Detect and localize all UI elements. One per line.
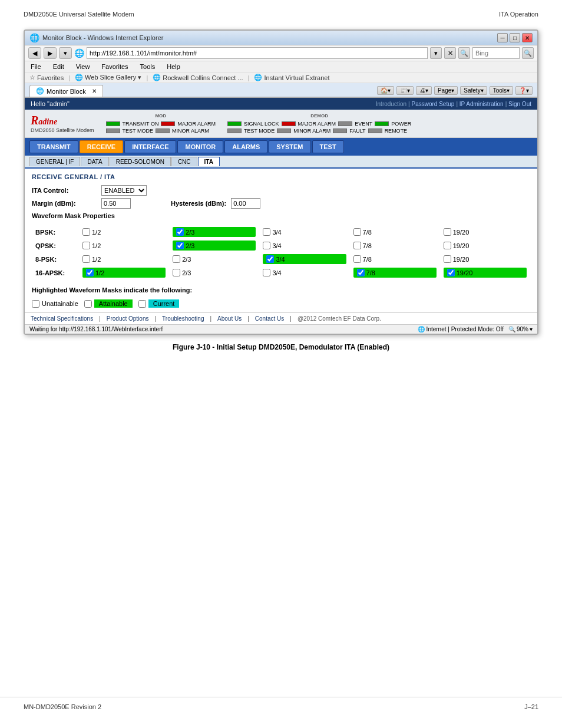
- address-input[interactable]: [87, 47, 428, 59]
- header-right: ITA Operation: [499, 11, 538, 18]
- legend-attainable: Attainable: [84, 299, 133, 308]
- 16apsk-23-checkbox[interactable]: [173, 269, 180, 276]
- 16apsk-34-checkbox[interactable]: [263, 269, 270, 276]
- signal-lock-label: SIGNAL LOCK: [244, 121, 279, 127]
- maximize-button[interactable]: □: [510, 33, 520, 42]
- subtab-ita[interactable]: ITA: [198, 157, 220, 166]
- tab-test[interactable]: TEST: [312, 140, 344, 153]
- subtab-reed-solomon[interactable]: REED-SOLOMON: [110, 157, 171, 166]
- recent-button[interactable]: ▾: [59, 47, 72, 59]
- menu-favorites[interactable]: Favorites: [100, 62, 129, 71]
- status-left: Waiting for http://192.168.1.101/WebInte…: [29, 326, 163, 332]
- margin-input[interactable]: [101, 198, 131, 209]
- 8psk-1920-checkbox[interactable]: [444, 255, 451, 263]
- tab-close-icon[interactable]: ✕: [92, 88, 97, 94]
- tab-receive[interactable]: RECEIVE: [80, 140, 123, 153]
- print-button[interactable]: 🖨▾: [416, 86, 432, 95]
- star-icon: ☆: [29, 74, 35, 81]
- footer-contactus[interactable]: Contact Us: [255, 315, 284, 322]
- footer-troubleshooting[interactable]: Troubleshooting: [162, 315, 204, 322]
- tab-alarms[interactable]: ALARMS: [224, 140, 267, 153]
- tab-transmit[interactable]: TRANSMIT: [29, 140, 78, 153]
- 8psk-23-checkbox[interactable]: [173, 255, 180, 263]
- help-button[interactable]: ❓▾: [515, 86, 533, 95]
- qpsk-23-checkbox[interactable]: [176, 242, 184, 249]
- 8psk-34-checkbox[interactable]: [266, 255, 274, 263]
- title-bar: 🌐 Monitor Block - Windows Internet Explo…: [25, 31, 537, 45]
- legend-title: Highlighted Waveform Masks indicate the …: [32, 286, 530, 294]
- subtab-general-if[interactable]: GENERAL | IF: [29, 157, 80, 166]
- menu-edit[interactable]: Edit: [52, 62, 65, 71]
- qpsk-12-checkbox[interactable]: [82, 242, 90, 249]
- fault-label: FAULT: [349, 128, 365, 134]
- menu-tools[interactable]: Tools: [139, 62, 157, 71]
- window-controls: ─ □ ✕: [497, 33, 533, 42]
- tab-bar: 🌐 Monitor Block ✕ 🏠▾ 📰▾ 🖨▾ Page▾ Safety▾…: [25, 83, 537, 98]
- page-button[interactable]: Page▾: [434, 86, 458, 95]
- favorites-button[interactable]: ☆ Favorites: [29, 74, 64, 81]
- 16apsk-12-checkbox[interactable]: [86, 269, 94, 276]
- waveform-title: Waveform Mask Properties: [32, 212, 530, 219]
- menu-help[interactable]: Help: [166, 62, 181, 71]
- ita-control-select[interactable]: ENABLED DISABLED: [101, 185, 147, 196]
- rockwell-link[interactable]: 🌐 Rockwell Collins Connect ...: [153, 74, 243, 81]
- tools-button[interactable]: Tools▾: [490, 86, 513, 95]
- tab-system[interactable]: SYSTEM: [269, 140, 310, 153]
- safety-button[interactable]: Safety▾: [460, 86, 487, 95]
- search-input[interactable]: [472, 47, 520, 59]
- active-tab[interactable]: 🌐 Monitor Block ✕: [29, 85, 103, 97]
- hello-link-password[interactable]: Password Setup: [411, 101, 454, 107]
- globe-icon: 🌐: [418, 326, 425, 332]
- back-button[interactable]: ◀: [28, 47, 41, 59]
- current-checkbox[interactable]: [138, 300, 146, 308]
- webslice-link[interactable]: 🌐 Web Slice Gallery ▾: [75, 74, 141, 81]
- close-button[interactable]: ✕: [522, 33, 533, 42]
- 8psk-34-label: 3/4: [276, 256, 285, 263]
- zoom-control[interactable]: 🔍 90% ▾: [508, 326, 533, 332]
- 16apsk-78-checkbox[interactable]: [357, 269, 365, 276]
- bpsk-12-checkbox[interactable]: [82, 228, 90, 236]
- 8psk-23-label: 2/3: [182, 256, 191, 263]
- feeds-button[interactable]: 📰▾: [396, 86, 414, 95]
- bpsk-23-checkbox[interactable]: [176, 228, 184, 236]
- menu-file[interactable]: File: [29, 62, 42, 71]
- qpsk-23-label: 2/3: [186, 242, 194, 249]
- subtab-data[interactable]: DATA: [81, 157, 108, 166]
- menu-view[interactable]: View: [75, 62, 91, 71]
- qpsk-34-checkbox[interactable]: [263, 242, 270, 249]
- unattainable-checkbox[interactable]: [32, 300, 39, 308]
- tab-monitor[interactable]: MONITOR: [177, 140, 223, 153]
- refresh-icon[interactable]: ▾: [430, 47, 442, 59]
- footer-techspecs[interactable]: Technical Specifications: [31, 315, 93, 322]
- 16apsk-1920-checkbox[interactable]: [447, 269, 455, 276]
- qpsk-78-checkbox[interactable]: [353, 242, 361, 249]
- 16apsk-12-cell: 1/2: [79, 266, 169, 279]
- bpsk-1920-cell: 19/20: [440, 225, 530, 239]
- rockwell-icon: 🌐: [153, 74, 161, 81]
- bpsk-1920-checkbox[interactable]: [444, 228, 451, 236]
- home-button[interactable]: 🏠▾: [377, 86, 394, 95]
- 16apsk-23-cell: 2/3: [169, 266, 259, 279]
- qpsk-row: QPSK: 1/2 2/3: [32, 239, 530, 252]
- demod-row-2: TEST MODE MINOR ALARM FAULT REMOTE: [227, 128, 411, 134]
- footer-productoptions[interactable]: Product Options: [107, 315, 149, 322]
- qpsk-1920-checkbox[interactable]: [444, 242, 451, 249]
- test-mode-mod-label: TEST MODE: [123, 128, 153, 134]
- bpsk-34-checkbox[interactable]: [263, 228, 270, 236]
- hello-link-signout[interactable]: Sign Out: [508, 101, 531, 107]
- subtab-cnc[interactable]: CNC: [171, 157, 197, 166]
- minimize-button[interactable]: ─: [497, 33, 508, 42]
- stop-button[interactable]: ✕: [444, 47, 456, 59]
- 8psk-78-checkbox[interactable]: [353, 255, 361, 263]
- ivx-link[interactable]: 🌐 Instant Virtual Extranet: [254, 74, 329, 81]
- 8psk-12-checkbox[interactable]: [82, 255, 90, 263]
- 16apsk-34-label: 3/4: [272, 269, 281, 276]
- hysteresis-input[interactable]: [231, 198, 260, 209]
- attainable-checkbox[interactable]: [84, 300, 92, 308]
- hello-link-ipadmin[interactable]: IP Administration: [459, 101, 504, 107]
- search-submit[interactable]: 🔍: [522, 47, 534, 59]
- forward-button[interactable]: ▶: [44, 47, 57, 59]
- bpsk-78-checkbox[interactable]: [353, 228, 361, 236]
- footer-aboutus[interactable]: About Us: [217, 315, 242, 322]
- tab-interface[interactable]: INTERFACE: [124, 140, 176, 153]
